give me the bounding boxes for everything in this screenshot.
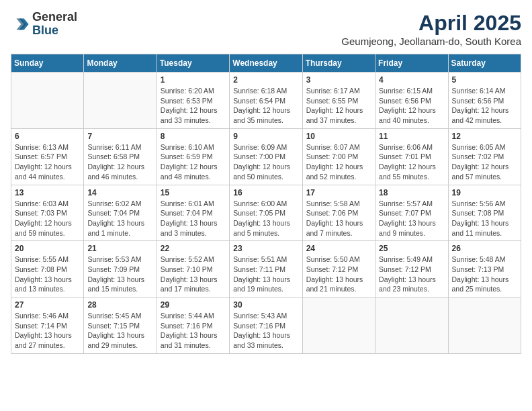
table-row: [84, 73, 157, 129]
day-info: Sunrise: 6:13 AMSunset: 6:57 PMDaylight:…: [15, 142, 80, 182]
location-title: Geumjeong, Jeollanam-do, South Korea: [341, 36, 521, 47]
day-number: 4: [379, 75, 444, 85]
month-title: April 2025: [341, 11, 521, 36]
day-number: 25: [379, 244, 444, 253]
table-row: 6Sunrise: 6:13 AMSunset: 6:57 PMDaylight…: [11, 128, 84, 185]
table-row: 19Sunrise: 5:56 AMSunset: 7:08 PMDayligh…: [448, 185, 521, 241]
day-number: 18: [379, 188, 444, 197]
logo-general: General: [32, 11, 77, 24]
table-row: 10Sunrise: 6:07 AMSunset: 7:00 PMDayligh…: [302, 128, 375, 185]
day-info: Sunrise: 6:06 AMSunset: 7:01 PMDaylight:…: [379, 142, 444, 182]
day-number: 27: [15, 300, 80, 310]
header-thursday: Thursday: [302, 54, 375, 73]
day-number: 3: [306, 75, 371, 85]
day-info: Sunrise: 5:53 AMSunset: 7:09 PMDaylight:…: [87, 255, 152, 294]
header-tuesday: Tuesday: [157, 54, 229, 73]
table-row: 27Sunrise: 5:46 AMSunset: 7:14 PMDayligh…: [11, 298, 84, 354]
calendar-week-5: 27Sunrise: 5:46 AMSunset: 7:14 PMDayligh…: [11, 298, 521, 354]
day-number: 29: [161, 300, 226, 310]
table-row: 3Sunrise: 6:17 AMSunset: 6:55 PMDaylight…: [302, 73, 375, 129]
logo-icon: [11, 15, 30, 34]
table-row: 4Sunrise: 6:15 AMSunset: 6:56 PMDaylight…: [375, 73, 448, 129]
logo: General Blue: [11, 11, 77, 38]
day-number: 20: [15, 244, 80, 253]
header-wednesday: Wednesday: [230, 54, 302, 73]
day-info: Sunrise: 6:03 AMSunset: 7:03 PMDaylight:…: [15, 199, 80, 238]
day-number: 11: [379, 132, 444, 141]
header-monday: Monday: [84, 54, 157, 73]
table-row: 12Sunrise: 6:05 AMSunset: 7:02 PMDayligh…: [448, 128, 521, 185]
table-row: 2Sunrise: 6:18 AMSunset: 6:54 PMDaylight…: [230, 73, 302, 129]
table-row: 15Sunrise: 6:01 AMSunset: 7:04 PMDayligh…: [157, 185, 229, 241]
header-friday: Friday: [375, 54, 448, 73]
day-info: Sunrise: 6:18 AMSunset: 6:54 PMDaylight:…: [233, 86, 298, 126]
day-number: 1: [161, 75, 226, 85]
day-number: 30: [233, 300, 298, 310]
day-number: 28: [87, 300, 152, 310]
table-row: 9Sunrise: 6:09 AMSunset: 7:00 PMDaylight…: [230, 128, 302, 185]
table-row: [302, 298, 375, 354]
day-info: Sunrise: 6:09 AMSunset: 7:00 PMDaylight:…: [233, 142, 298, 182]
table-row: 25Sunrise: 5:49 AMSunset: 7:12 PMDayligh…: [375, 241, 448, 298]
day-info: Sunrise: 6:20 AMSunset: 6:53 PMDaylight:…: [161, 86, 226, 126]
day-info: Sunrise: 6:07 AMSunset: 7:00 PMDaylight:…: [306, 142, 371, 182]
day-number: 16: [233, 188, 298, 197]
day-info: Sunrise: 5:49 AMSunset: 7:12 PMDaylight:…: [379, 255, 444, 294]
table-row: 13Sunrise: 6:03 AMSunset: 7:03 PMDayligh…: [11, 185, 84, 241]
day-info: Sunrise: 5:52 AMSunset: 7:10 PMDaylight:…: [161, 255, 226, 294]
day-info: Sunrise: 5:56 AMSunset: 7:08 PMDaylight:…: [452, 199, 517, 238]
day-number: 23: [233, 244, 298, 253]
day-info: Sunrise: 5:57 AMSunset: 7:07 PMDaylight:…: [379, 199, 444, 238]
header-saturday: Saturday: [448, 54, 521, 73]
day-number: 24: [306, 244, 371, 253]
table-row: 23Sunrise: 5:51 AMSunset: 7:11 PMDayligh…: [230, 241, 302, 298]
day-info: Sunrise: 5:45 AMSunset: 7:15 PMDaylight:…: [87, 311, 152, 351]
table-row: 7Sunrise: 6:11 AMSunset: 6:58 PMDaylight…: [84, 128, 157, 185]
table-row: 26Sunrise: 5:48 AMSunset: 7:13 PMDayligh…: [448, 241, 521, 298]
table-row: 24Sunrise: 5:50 AMSunset: 7:12 PMDayligh…: [302, 241, 375, 298]
table-row: 22Sunrise: 5:52 AMSunset: 7:10 PMDayligh…: [157, 241, 229, 298]
day-number: 26: [452, 244, 517, 253]
day-number: 8: [161, 132, 226, 141]
table-row: 30Sunrise: 5:43 AMSunset: 7:16 PMDayligh…: [230, 298, 302, 354]
calendar: Sunday Monday Tuesday Wednesday Thursday…: [11, 54, 521, 354]
day-number: 19: [452, 188, 517, 197]
day-info: Sunrise: 5:43 AMSunset: 7:16 PMDaylight:…: [233, 311, 298, 351]
table-row: 28Sunrise: 5:45 AMSunset: 7:15 PMDayligh…: [84, 298, 157, 354]
table-row: 8Sunrise: 6:10 AMSunset: 6:59 PMDaylight…: [157, 128, 229, 185]
day-info: Sunrise: 5:48 AMSunset: 7:13 PMDaylight:…: [452, 255, 517, 294]
day-info: Sunrise: 6:17 AMSunset: 6:55 PMDaylight:…: [306, 86, 371, 126]
table-row: 5Sunrise: 6:14 AMSunset: 6:56 PMDaylight…: [448, 73, 521, 129]
day-info: Sunrise: 5:55 AMSunset: 7:08 PMDaylight:…: [15, 255, 80, 294]
day-number: 6: [15, 132, 80, 141]
day-number: 14: [87, 188, 152, 197]
day-info: Sunrise: 5:44 AMSunset: 7:16 PMDaylight:…: [161, 311, 226, 351]
calendar-header-row: Sunday Monday Tuesday Wednesday Thursday…: [11, 54, 521, 73]
day-number: 15: [161, 188, 226, 197]
day-number: 22: [161, 244, 226, 253]
day-number: 7: [87, 132, 152, 141]
day-number: 9: [233, 132, 298, 141]
calendar-week-1: 1Sunrise: 6:20 AMSunset: 6:53 PMDaylight…: [11, 73, 521, 129]
table-row: 21Sunrise: 5:53 AMSunset: 7:09 PMDayligh…: [84, 241, 157, 298]
day-info: Sunrise: 6:05 AMSunset: 7:02 PMDaylight:…: [452, 142, 517, 182]
header: General Blue April 2025 Geumjeong, Jeoll…: [11, 11, 521, 47]
day-info: Sunrise: 5:46 AMSunset: 7:14 PMDaylight:…: [15, 311, 80, 351]
day-info: Sunrise: 6:14 AMSunset: 6:56 PMDaylight:…: [452, 86, 517, 126]
table-row: 16Sunrise: 6:00 AMSunset: 7:05 PMDayligh…: [230, 185, 302, 241]
table-row: 18Sunrise: 5:57 AMSunset: 7:07 PMDayligh…: [375, 185, 448, 241]
calendar-week-3: 13Sunrise: 6:03 AMSunset: 7:03 PMDayligh…: [11, 185, 521, 241]
day-info: Sunrise: 6:10 AMSunset: 6:59 PMDaylight:…: [161, 142, 226, 182]
day-number: 5: [452, 75, 517, 85]
calendar-week-4: 20Sunrise: 5:55 AMSunset: 7:08 PMDayligh…: [11, 241, 521, 298]
table-row: 20Sunrise: 5:55 AMSunset: 7:08 PMDayligh…: [11, 241, 84, 298]
header-sunday: Sunday: [11, 54, 84, 73]
title-area: April 2025 Geumjeong, Jeollanam-do, Sout…: [341, 11, 521, 47]
table-row: [11, 73, 84, 129]
day-number: 17: [306, 188, 371, 197]
table-row: 11Sunrise: 6:06 AMSunset: 7:01 PMDayligh…: [375, 128, 448, 185]
table-row: [448, 298, 521, 354]
day-info: Sunrise: 6:01 AMSunset: 7:04 PMDaylight:…: [161, 199, 226, 238]
calendar-week-2: 6Sunrise: 6:13 AMSunset: 6:57 PMDaylight…: [11, 128, 521, 185]
day-number: 21: [87, 244, 152, 253]
